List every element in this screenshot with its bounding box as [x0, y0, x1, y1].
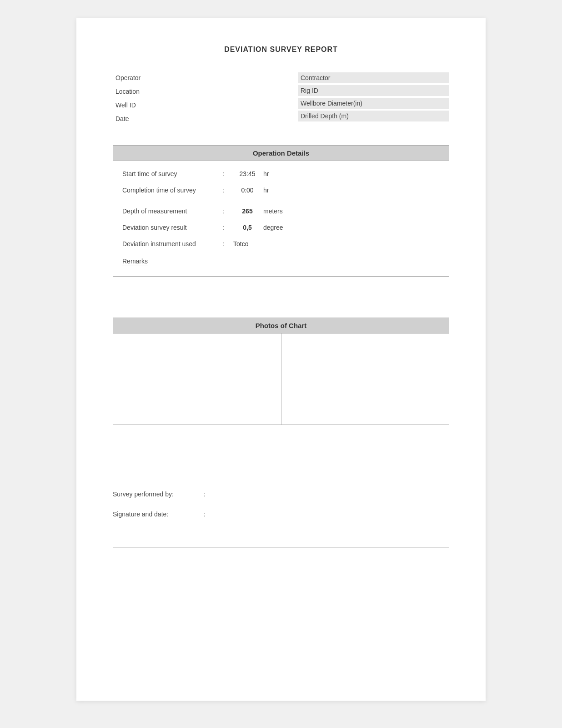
- completion-time-label: Completion time of survey: [122, 187, 222, 194]
- deviation-result-value: 0,5: [231, 224, 263, 231]
- date-row: Date: [113, 113, 264, 124]
- date-label: Date: [115, 115, 175, 122]
- operation-details-body: Start time of survey : 23:45 hr Completi…: [113, 161, 449, 276]
- deviation-instrument-colon: :: [222, 240, 231, 248]
- operation-details-section: Operation Details Start time of survey :…: [113, 145, 449, 277]
- deviation-instrument-value: Totco: [231, 240, 263, 248]
- spacer-1: [113, 290, 449, 318]
- page-container: DEVIATION SURVEY REPORT Operator Locatio…: [76, 18, 486, 701]
- remarks-label: Remarks: [122, 258, 148, 266]
- deviation-instrument-row: Deviation instrument used : Totco: [122, 236, 440, 252]
- photos-header: Photos of Chart: [113, 318, 449, 334]
- wellbore-diameter-label: Wellbore Diameter(in): [301, 100, 362, 107]
- header-right: Contractor Rig ID Wellbore Diameter(in) …: [298, 72, 449, 127]
- depth-label: Depth of measurement: [122, 207, 222, 215]
- completion-time-row: Completion time of survey : 0:00 hr: [122, 182, 440, 198]
- start-time-colon: :: [222, 170, 231, 177]
- performed-by-colon: :: [204, 490, 206, 498]
- remarks-row: Remarks: [122, 252, 440, 272]
- depth-colon: :: [222, 207, 231, 215]
- deviation-result-label: Deviation survey result: [122, 224, 222, 231]
- start-time-value: 23:45: [231, 170, 263, 177]
- performed-by-row: Survey performed by: :: [113, 484, 449, 504]
- signature-section: Survey performed by: : Signature and dat…: [113, 484, 449, 524]
- performed-by-label: Survey performed by:: [113, 490, 204, 498]
- depth-row: Depth of measurement : 265 meters: [122, 203, 440, 219]
- operation-details-header: Operation Details: [113, 146, 449, 161]
- photo-box-right: [281, 334, 449, 425]
- top-divider: [113, 63, 449, 63]
- location-row: Location: [113, 86, 264, 97]
- header-left: Operator Location Well ID Date: [113, 72, 264, 127]
- start-time-unit: hr: [263, 170, 269, 177]
- rig-id-row: Rig ID: [298, 85, 449, 96]
- deviation-result-unit: degree: [263, 224, 283, 231]
- depth-unit: meters: [263, 207, 283, 215]
- deviation-result-row: Deviation survey result : 0,5 degree: [122, 219, 440, 236]
- deviation-result-colon: :: [222, 224, 231, 231]
- well-id-label: Well ID: [115, 101, 175, 109]
- photos-body: [113, 334, 449, 425]
- header-info: Operator Location Well ID Date Contracto…: [113, 72, 449, 127]
- location-label: Location: [115, 88, 175, 95]
- operator-row: Operator: [113, 72, 264, 83]
- deviation-instrument-label: Deviation instrument used: [122, 240, 222, 248]
- completion-time-value: 0:00: [231, 187, 263, 194]
- completion-time-unit: hr: [263, 187, 269, 194]
- rig-id-label: Rig ID: [301, 87, 360, 94]
- start-time-label: Start time of survey: [122, 170, 222, 177]
- signature-date-row: Signature and date: :: [113, 504, 449, 524]
- drilled-depth-row: Drilled Depth (m): [298, 111, 449, 121]
- drilled-depth-label: Drilled Depth (m): [301, 112, 360, 120]
- signature-date-colon: :: [204, 511, 206, 518]
- operator-label: Operator: [115, 74, 175, 81]
- contractor-label: Contractor: [301, 74, 360, 81]
- depth-value: 265: [231, 207, 263, 215]
- completion-time-colon: :: [222, 187, 231, 194]
- well-id-row: Well ID: [113, 100, 264, 111]
- wellbore-diameter-row: Wellbore Diameter(in): [298, 98, 449, 109]
- photos-section: Photos of Chart: [113, 318, 449, 425]
- signature-date-label: Signature and date:: [113, 511, 204, 518]
- contractor-row: Contractor: [298, 72, 449, 83]
- bottom-divider: [113, 547, 449, 547]
- spacer-2: [113, 448, 449, 470]
- report-title: DEVIATION SURVEY REPORT: [113, 46, 449, 54]
- photo-box-left: [113, 334, 281, 425]
- start-time-row: Start time of survey : 23:45 hr: [122, 166, 440, 182]
